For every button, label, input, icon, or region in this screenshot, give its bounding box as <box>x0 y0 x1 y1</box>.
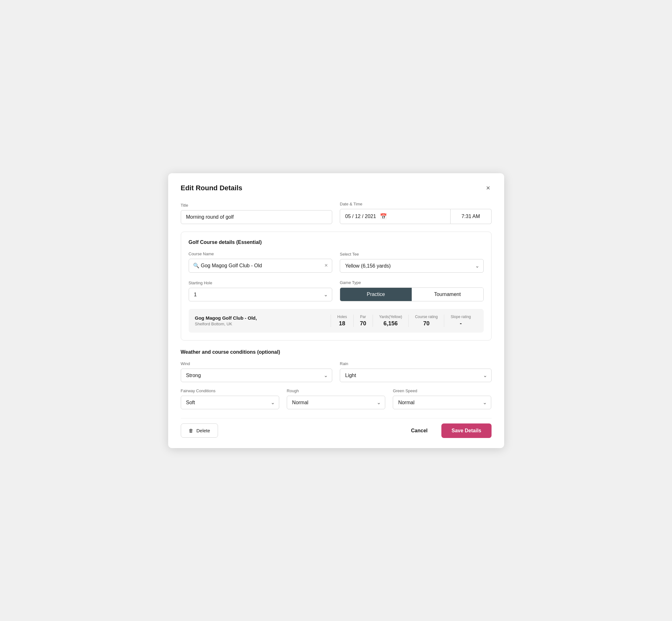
stat-par: Par 70 <box>353 315 373 327</box>
yards-label: Yards(Yellow) <box>379 315 402 319</box>
hole-gametype-row: Starting Hole 1234 5678 910 ⌄ Game Type … <box>189 280 484 301</box>
save-button[interactable]: Save Details <box>442 423 491 438</box>
time-value: 7:31 AM <box>462 214 480 219</box>
wind-wrapper: StrongLightModerateNone ⌄ <box>181 369 333 382</box>
select-tee-wrapper: Yellow (6,156 yards) White Red Blue ⌄ <box>340 259 484 273</box>
conditions-row: Fairway Conditions SoftNormalHard ⌄ Roug… <box>181 388 492 409</box>
title-datetime-row: Title Date & Time 05 / 12 / 2021 📅 7:31 … <box>181 202 492 224</box>
game-type-toggle: Practice Tournament <box>340 287 484 301</box>
select-tee-group: Select Tee Yellow (6,156 yards) White Re… <box>340 252 484 273</box>
stat-holes: Holes 18 <box>331 315 353 327</box>
date-value: 05 / 12 / 2021 <box>345 214 376 219</box>
game-type-label: Game Type <box>340 280 484 285</box>
game-type-group: Game Type Practice Tournament <box>340 280 484 301</box>
starting-hole-dropdown[interactable]: 1234 5678 910 <box>189 288 333 301</box>
close-button[interactable]: × <box>485 183 492 193</box>
delete-label: Delete <box>197 428 210 433</box>
title-label: Title <box>181 203 333 208</box>
tournament-button[interactable]: Tournament <box>412 288 483 301</box>
stat-course-rating: Course rating 70 <box>408 315 444 327</box>
starting-hole-wrapper: 1234 5678 910 ⌄ <box>189 288 333 301</box>
slope-rating-label: Slope rating <box>451 315 471 319</box>
rain-wrapper: LightNoneModerateHeavy ⌄ <box>340 369 492 382</box>
holes-value: 18 <box>337 320 347 327</box>
rough-group: Rough NormalSoftHard ⌄ <box>287 388 385 409</box>
wind-label: Wind <box>181 361 333 366</box>
fairway-group: Fairway Conditions SoftNormalHard ⌄ <box>181 388 279 409</box>
fairway-dropdown[interactable]: SoftNormalHard <box>181 396 279 409</box>
stat-slope-rating: Slope rating - <box>444 315 477 327</box>
modal-header: Edit Round Details × <box>181 183 492 193</box>
modal-title: Edit Round Details <box>181 184 243 192</box>
rough-label: Rough <box>287 388 385 393</box>
weather-section: Weather and course conditions (optional)… <box>181 349 492 409</box>
wind-rain-row: Wind StrongLightModerateNone ⌄ Rain Ligh… <box>181 361 492 382</box>
stat-yards: Yards(Yellow) 6,156 <box>373 315 409 327</box>
rough-wrapper: NormalSoftHard ⌄ <box>287 396 385 409</box>
trash-icon: 🗑 <box>189 428 194 433</box>
golf-course-title: Golf Course details (Essential) <box>189 240 484 245</box>
datetime-label: Date & Time <box>340 202 492 206</box>
edit-round-modal: Edit Round Details × Title Date & Time 0… <box>168 173 504 448</box>
yards-value: 6,156 <box>379 320 402 327</box>
wind-dropdown[interactable]: StrongLightModerateNone <box>181 369 333 382</box>
course-info-row: Gog Magog Golf Club - Old, Shelford Bott… <box>189 309 484 333</box>
course-info-name: Gog Magog Golf Club - Old, Shelford Bott… <box>195 315 331 326</box>
title-group: Title <box>181 203 333 224</box>
wind-group: Wind StrongLightModerateNone ⌄ <box>181 361 333 382</box>
select-tee-label: Select Tee <box>340 252 484 256</box>
date-input[interactable]: 05 / 12 / 2021 📅 <box>340 209 451 224</box>
select-tee-dropdown[interactable]: Yellow (6,156 yards) White Red Blue <box>340 259 484 273</box>
green-speed-wrapper: NormalSlowFast ⌄ <box>393 396 491 409</box>
course-name-group: Course Name 🔍 × <box>189 251 333 273</box>
green-speed-label: Green Speed <box>393 388 491 393</box>
course-tee-row: Course Name 🔍 × Select Tee Yellow (6,156… <box>189 251 484 273</box>
course-rating-label: Course rating <box>415 315 437 319</box>
par-value: 70 <box>360 320 366 327</box>
green-speed-dropdown[interactable]: NormalSlowFast <box>393 396 491 409</box>
golf-course-section: Golf Course details (Essential) Course N… <box>181 232 492 340</box>
course-name-display: Gog Magog Golf Club - Old, <box>195 315 331 321</box>
search-icon: 🔍 <box>193 262 199 268</box>
cancel-button[interactable]: Cancel <box>405 424 434 438</box>
rough-dropdown[interactable]: NormalSoftHard <box>287 396 385 409</box>
fairway-wrapper: SoftNormalHard ⌄ <box>181 396 279 409</box>
rain-label: Rain <box>340 361 492 366</box>
starting-hole-group: Starting Hole 1234 5678 910 ⌄ <box>189 281 333 301</box>
green-speed-group: Green Speed NormalSlowFast ⌄ <box>393 388 491 409</box>
rain-group: Rain LightNoneModerateHeavy ⌄ <box>340 361 492 382</box>
rain-dropdown[interactable]: LightNoneModerateHeavy <box>340 369 492 382</box>
footer-row: 🗑 Delete Cancel Save Details <box>181 418 492 438</box>
slope-rating-value: - <box>451 320 471 327</box>
delete-button[interactable]: 🗑 Delete <box>181 423 218 438</box>
time-input[interactable]: 7:31 AM <box>451 209 492 224</box>
title-input[interactable] <box>181 210 333 224</box>
starting-hole-label: Starting Hole <box>189 281 333 285</box>
date-time-row: 05 / 12 / 2021 📅 7:31 AM <box>340 209 492 224</box>
calendar-icon: 📅 <box>380 213 387 220</box>
clear-icon[interactable]: × <box>324 262 328 269</box>
course-name-label: Course Name <box>189 251 333 256</box>
weather-title: Weather and course conditions (optional) <box>181 349 492 355</box>
practice-button[interactable]: Practice <box>340 288 412 301</box>
course-rating-value: 70 <box>415 320 437 327</box>
course-location: Shelford Bottom, UK <box>195 322 331 326</box>
footer-right: Cancel Save Details <box>405 423 492 438</box>
course-name-input[interactable] <box>189 259 333 273</box>
fairway-label: Fairway Conditions <box>181 388 279 393</box>
par-label: Par <box>360 315 366 319</box>
holes-label: Holes <box>337 315 347 319</box>
datetime-group: Date & Time 05 / 12 / 2021 📅 7:31 AM <box>340 202 492 224</box>
course-search-wrapper: 🔍 × <box>189 259 333 273</box>
